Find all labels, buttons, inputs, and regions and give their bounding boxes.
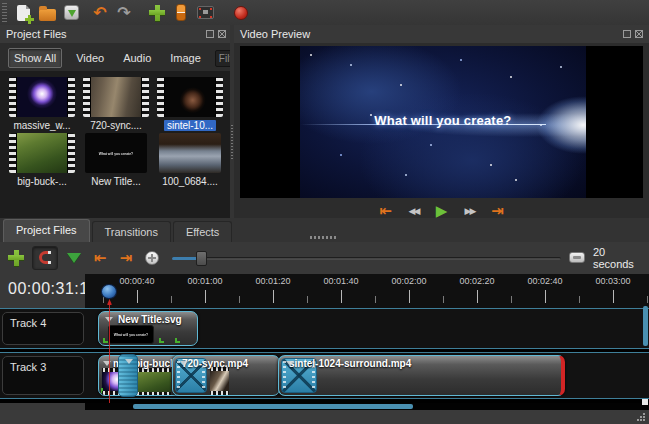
- snapping-toggle[interactable]: [32, 246, 58, 270]
- clip-menu-chevron-icon[interactable]: [180, 361, 188, 366]
- timeline-ruler[interactable]: 00:00:4000:01:0000:01:2000:01:4000:02:00…: [85, 274, 649, 308]
- ruler-timestamp: 00:01:20: [243, 276, 303, 286]
- time-scale-button[interactable]: [567, 246, 587, 270]
- file-thumbnail: [9, 77, 75, 117]
- file-thumbnail: [9, 133, 75, 173]
- horizontal-scrollbar-thumb[interactable]: [133, 404, 413, 409]
- clip-new-title[interactable]: New Title.svg What will you create?: [98, 311, 198, 346]
- vertical-scrollbar[interactable]: [643, 306, 648, 346]
- file-label: sintel-10...: [164, 120, 216, 131]
- toolbar-grip[interactable]: [2, 3, 7, 22]
- rewind-button[interactable]: ◀◀: [405, 203, 423, 219]
- zoom-button[interactable]: [142, 246, 162, 270]
- track-3-header[interactable]: Track 3: [2, 356, 84, 395]
- tab-effects[interactable]: Effects: [173, 221, 232, 242]
- tab-project-files[interactable]: Project Files: [3, 219, 90, 242]
- razor-icon: [176, 4, 186, 21]
- razor-button[interactable]: [169, 2, 193, 24]
- playhead-line[interactable]: [109, 303, 110, 403]
- openshot-window: ↶ ↷ Project Files Show All Video Audio I…: [0, 0, 649, 424]
- undo-icon: ↶: [93, 5, 106, 21]
- video-title-text: What will you create?: [374, 113, 511, 128]
- file-label: New Title...: [88, 176, 143, 187]
- file-thumbnail: [83, 77, 149, 117]
- filter-video-button[interactable]: Video: [71, 49, 109, 67]
- file-item[interactable]: What will you create?New Title...: [80, 133, 152, 187]
- jump-start-button[interactable]: ⇤: [377, 203, 395, 219]
- clip-menu-chevron-icon[interactable]: [286, 361, 294, 366]
- new-project-button[interactable]: [11, 2, 35, 24]
- fullscreen-button[interactable]: [193, 2, 217, 24]
- file-thumbnail: [159, 133, 221, 173]
- float-panel-icon[interactable]: [623, 30, 631, 38]
- filter-show-all-button[interactable]: Show All: [8, 48, 62, 68]
- add-media-button[interactable]: [145, 2, 169, 24]
- filter-audio-button[interactable]: Audio: [118, 49, 156, 67]
- export-video-icon: [234, 6, 248, 20]
- scrollbar-corner: [642, 399, 648, 405]
- redo-button[interactable]: ↷: [112, 2, 136, 24]
- clip-label: 720-sync.mp4: [182, 358, 248, 369]
- project-files-grid: massive_w...720-sync....sintel-10...big-…: [0, 71, 231, 218]
- file-thumbnail: [157, 77, 223, 117]
- file-label: 720-sync....: [87, 120, 145, 131]
- float-panel-icon[interactable]: [206, 30, 214, 38]
- file-item[interactable]: massive_w...: [6, 77, 78, 131]
- video-canvas[interactable]: What will you create?: [240, 46, 643, 198]
- playhead-marker[interactable]: [101, 284, 117, 299]
- open-project-button[interactable]: [35, 2, 59, 24]
- horizontal-splitter-grip[interactable]: [310, 236, 338, 239]
- play-button[interactable]: ▶: [433, 203, 451, 219]
- add-marker-button[interactable]: [64, 246, 84, 270]
- jump-end-button[interactable]: ⇥: [489, 203, 507, 219]
- fade-handle-icon[interactable]: [103, 338, 108, 343]
- file-item[interactable]: sintel-10...: [154, 77, 226, 131]
- fade-handle-icon[interactable]: [159, 338, 164, 343]
- transition-bar[interactable]: [118, 354, 138, 397]
- window-resize-grip[interactable]: [636, 412, 646, 422]
- title-thumb-text: What will you create?: [114, 333, 148, 337]
- file-item[interactable]: 720-sync....: [80, 77, 152, 131]
- slider-groove: [172, 257, 561, 260]
- timeline-toolbar: ⇤ ⇥ 20 seconds: [0, 243, 649, 272]
- add-track-icon: [8, 250, 24, 266]
- transition-menu-chevron-icon[interactable]: [125, 359, 133, 364]
- play-icon: ▶: [436, 204, 448, 218]
- file-label: big-buck-...: [14, 176, 69, 187]
- transport-controls: ⇤◀◀▶▶▶⇥: [234, 203, 649, 219]
- close-panel-icon[interactable]: [218, 30, 226, 38]
- tab-transitions[interactable]: Transitions: [92, 221, 171, 242]
- jump-end-icon: ⇥: [491, 204, 504, 218]
- fade-handle-icon[interactable]: [175, 338, 180, 343]
- add-marker-icon: [67, 253, 81, 263]
- add-track-button[interactable]: [6, 246, 26, 270]
- jump-start-icon: ⇤: [379, 204, 392, 218]
- zoom-slider[interactable]: [172, 246, 561, 270]
- video-preview-panel: Video Preview What will you create? ⇤◀◀▶…: [234, 25, 649, 218]
- ruler-timestamp: 00:02:20: [447, 276, 507, 286]
- clip-720-sync[interactable]: 720-sync.mp4: [172, 355, 280, 396]
- clip-thumbnail: What will you create?: [108, 325, 154, 344]
- save-project-icon: [64, 5, 79, 20]
- save-project-button[interactable]: [59, 2, 83, 24]
- fast-forward-button[interactable]: ▶▶: [461, 203, 479, 219]
- time-scale-icon: [569, 252, 585, 263]
- next-marker-button[interactable]: ⇥: [116, 246, 136, 270]
- slider-handle[interactable]: [196, 251, 207, 266]
- export-video-button[interactable]: [229, 2, 253, 24]
- file-thumbnail: What will you create?: [85, 133, 147, 173]
- track-4-clips: New Title.svg What will you create?: [85, 309, 649, 348]
- filter-image-button[interactable]: Image: [165, 49, 206, 67]
- fullscreen-icon: [197, 6, 214, 19]
- stars-decoration: [310, 54, 312, 56]
- close-panel-icon[interactable]: [635, 30, 643, 38]
- undo-button[interactable]: ↶: [88, 2, 112, 24]
- new-project-icon: [17, 5, 30, 21]
- track-4-header[interactable]: Track 4: [2, 312, 84, 345]
- file-item[interactable]: 100_0684....: [154, 133, 226, 187]
- file-item[interactable]: big-buck-...: [6, 133, 78, 187]
- zoom-scale-label: 20 seconds: [593, 246, 649, 270]
- clip-sintel-surround[interactable]: sintel-1024-surround.mp4: [278, 355, 565, 396]
- clip-label: sintel-1024-surround.mp4: [289, 358, 411, 369]
- previous-marker-button[interactable]: ⇤: [90, 246, 110, 270]
